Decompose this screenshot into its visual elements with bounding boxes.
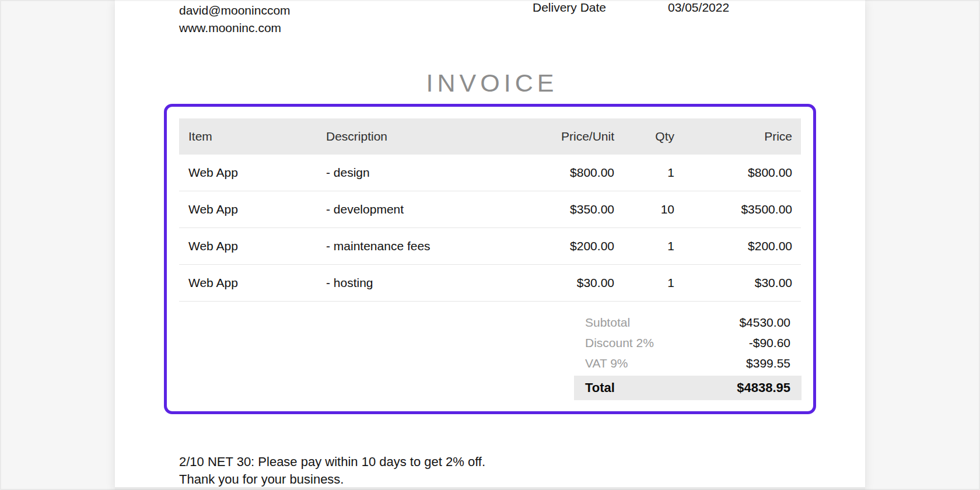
qty-cell: 1 [614,276,674,290]
delivery-date-value: 03/05/2022 [668,0,729,16]
table-row: Web App - development $350.00 10 $3500.0… [179,191,801,228]
description-cell: - maintenance fees [326,239,501,253]
summary-value: $399.55 [746,356,790,370]
price-unit-cell: $200.00 [501,239,614,253]
table-row: Web App - maintenance fees $200.00 1 $20… [179,228,801,265]
description-cell: - design [326,166,501,180]
item-cell: Web App [179,239,326,253]
qty-cell: 10 [614,202,674,216]
summary-value: $4530.00 [739,316,790,330]
price-cell: $800.00 [674,166,801,180]
price-unit-cell: $800.00 [501,166,614,180]
total-label: Total [585,380,615,396]
price-unit-cell: $30.00 [501,276,614,290]
contact-block: david@mooninccom www.mooninc.com [179,2,290,37]
total-value: $4838.95 [737,380,790,396]
table-row: Web App - design $800.00 1 $800.00 [179,155,801,191]
item-cell: Web App [179,166,326,180]
table-row: Web App - hosting $30.00 1 $30.00 [179,265,801,302]
thank-you-note: Thank you for your business. [179,471,485,488]
summary-label: Subtotal [585,316,630,330]
invoice-title: INVOICE [115,71,865,96]
qty-cell: 1 [614,166,674,180]
page-bottom-strip [115,487,865,490]
summary-label: Discount 2% [585,336,654,350]
summary-row: VAT 9% $399.55 [574,353,802,373]
invoice-page: david@mooninccom www.mooninc.com Deliver… [115,0,865,490]
delivery-date-label: Delivery Date [533,0,606,16]
description-cell: - development [326,202,501,216]
contact-email: david@mooninccom [179,2,290,19]
price-cell: $3500.00 [674,202,801,216]
summary-value: -$90.60 [749,336,790,350]
contact-website: www.mooninc.com [179,19,290,37]
summary-row: Discount 2% -$90.60 [574,332,802,353]
footer-notes: 2/10 NET 30: Please pay within 10 days t… [179,453,485,488]
payment-terms-note: 2/10 NET 30: Please pay within 10 days t… [179,453,485,471]
price-cell: $30.00 [674,276,801,290]
summary-row: Subtotal $4530.00 [574,312,802,332]
description-cell: - hosting [326,276,501,290]
column-header-price: Price [674,130,801,144]
column-header-qty: Qty [614,130,674,144]
table-header-row: Item Description Price/Unit Qty Price [179,118,801,155]
column-header-price-unit: Price/Unit [501,130,614,144]
column-header-item: Item [179,130,326,144]
invoice-table-block[interactable]: Item Description Price/Unit Qty Price We… [164,104,816,414]
item-cell: Web App [179,276,326,290]
items-table: Item Description Price/Unit Qty Price We… [179,118,801,302]
column-header-description: Description [326,130,501,144]
summary-label: VAT 9% [585,356,628,370]
price-unit-cell: $350.00 [501,202,614,216]
summary-block: Subtotal $4530.00 Discount 2% -$90.60 VA… [574,312,802,400]
item-cell: Web App [179,202,326,216]
total-row: Total $4838.95 [574,376,802,400]
price-cell: $200.00 [674,239,801,253]
qty-cell: 1 [614,239,674,253]
